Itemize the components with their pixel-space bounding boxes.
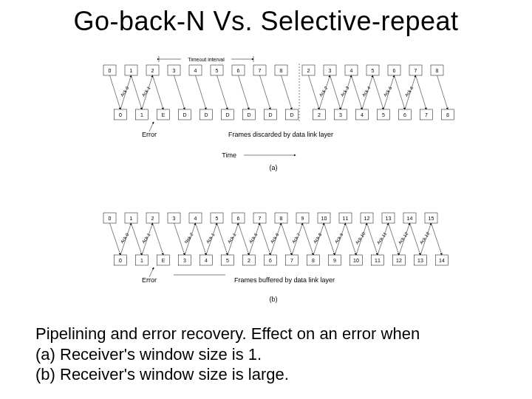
diagram-a-svg: Timeout interval 0123456782345678 01EDDD… — [89, 52, 458, 174]
error-label-b: Error — [142, 276, 157, 284]
svg-line-173 — [282, 223, 293, 255]
receiver-row-a: 01EDDDDDD2345678 — [115, 109, 454, 120]
svg-line-171 — [239, 223, 250, 255]
svg-text:1: 1 — [140, 112, 143, 117]
svg-text:12: 12 — [396, 258, 402, 263]
svg-text:1: 1 — [130, 68, 133, 73]
svg-line-177 — [367, 223, 378, 255]
svg-text:Ack 11: Ack 11 — [376, 231, 388, 245]
svg-text:Ack 13: Ack 13 — [419, 231, 431, 245]
svg-line-178 — [389, 223, 400, 255]
svg-text:5: 5 — [382, 112, 385, 117]
svg-text:8: 8 — [436, 68, 439, 73]
svg-text:1: 1 — [140, 258, 143, 263]
svg-text:E: E — [162, 258, 166, 263]
svg-line-75 — [260, 75, 271, 109]
caption-line2: (a) Receiver's window size is 1. — [35, 344, 420, 365]
svg-text:2: 2 — [318, 112, 321, 117]
svg-text:D: D — [247, 112, 250, 117]
svg-line-174 — [303, 223, 314, 255]
svg-text:3: 3 — [173, 216, 176, 221]
svg-line-80 — [373, 75, 384, 109]
svg-line-81 — [395, 75, 406, 109]
fig-b-label: (b) — [270, 296, 278, 303]
svg-text:0: 0 — [109, 216, 112, 221]
discard-label: Frames discarded by data link layer — [228, 131, 333, 138]
receiver-row-b: 01E345267891011121314 — [115, 255, 449, 265]
svg-text:4: 4 — [361, 112, 364, 117]
time-label: Time — [222, 151, 236, 159]
page-title: Go-back-N Vs. Selective-repeat — [0, 0, 532, 37]
svg-line-83 — [437, 75, 449, 109]
svg-text:0: 0 — [109, 68, 112, 73]
svg-text:6: 6 — [269, 258, 272, 263]
svg-line-166 — [132, 223, 143, 255]
svg-text:2: 2 — [151, 68, 154, 73]
svg-text:8: 8 — [280, 68, 283, 73]
svg-line-78 — [330, 75, 341, 109]
svg-line-76 — [282, 75, 293, 109]
svg-line-168 — [174, 223, 185, 255]
svg-text:6: 6 — [237, 68, 240, 73]
svg-text:14: 14 — [407, 216, 413, 221]
caption: Pipelining and error recovery. Effect on… — [35, 324, 420, 385]
svg-text:0: 0 — [119, 112, 122, 117]
svg-text:4: 4 — [350, 68, 353, 73]
caption-line1: Pipelining and error recovery. Effect on… — [35, 324, 420, 344]
svg-line-71 — [174, 75, 185, 109]
svg-line-172 — [260, 223, 271, 255]
svg-line-77 — [309, 75, 320, 109]
buffer-label: Frames buffered by data link layer — [234, 276, 335, 284]
svg-text:9: 9 — [301, 216, 304, 221]
svg-text:10: 10 — [353, 258, 359, 263]
svg-line-180 — [432, 223, 443, 255]
fig-a-label: (a) — [270, 164, 278, 171]
svg-line-70 — [153, 75, 164, 109]
svg-line-167 — [153, 223, 164, 255]
svg-text:Ack 10: Ack 10 — [355, 231, 366, 245]
svg-line-74 — [239, 75, 250, 109]
svg-text:5: 5 — [372, 68, 375, 73]
svg-text:4: 4 — [194, 216, 197, 221]
svg-text:10: 10 — [321, 216, 327, 221]
svg-text:5: 5 — [216, 216, 219, 221]
svg-text:D: D — [183, 112, 186, 117]
svg-text:13: 13 — [417, 258, 423, 263]
svg-text:3: 3 — [329, 68, 332, 73]
svg-text:0: 0 — [119, 258, 122, 263]
caption-line3: (b) Receiver's window size is large. — [35, 364, 420, 385]
arrows-b: Ack 0Ack 1Nak 2Ack 1Ack 1Ack 5Ack 6Ack 7… — [110, 223, 443, 255]
sender-row-a: 0123456782345678 — [103, 65, 443, 75]
diagram-b: 0123456789101112131415 01E34526789101112… — [89, 207, 458, 321]
sender-row-b: 0123456789101112131415 — [103, 213, 437, 223]
svg-line-79 — [352, 75, 363, 109]
svg-line-69 — [132, 75, 143, 109]
svg-text:6: 6 — [393, 68, 396, 73]
timeout-label: Timeout interval — [188, 57, 225, 62]
svg-text:7: 7 — [290, 258, 293, 263]
svg-text:15: 15 — [429, 216, 434, 221]
diagram-b-svg: 0123456789101112131415 01E34526789101112… — [89, 207, 458, 318]
svg-text:D: D — [268, 112, 272, 117]
svg-text:9: 9 — [333, 258, 336, 263]
svg-text:14: 14 — [439, 258, 445, 263]
svg-text:E: E — [162, 112, 166, 117]
svg-text:5: 5 — [226, 258, 229, 263]
svg-line-175 — [324, 223, 335, 255]
svg-text:3: 3 — [183, 258, 186, 263]
error-label-a: Error — [142, 131, 157, 138]
svg-line-73 — [217, 75, 228, 109]
svg-text:3: 3 — [339, 112, 342, 117]
svg-text:D: D — [204, 112, 208, 117]
svg-text:2: 2 — [307, 68, 310, 73]
svg-text:7: 7 — [259, 216, 262, 221]
svg-text:2: 2 — [248, 258, 250, 263]
svg-text:2: 2 — [151, 216, 154, 221]
svg-text:6: 6 — [237, 216, 240, 221]
svg-text:8: 8 — [280, 216, 283, 221]
svg-text:4: 4 — [205, 258, 208, 263]
svg-text:5: 5 — [216, 68, 219, 73]
svg-text:8: 8 — [446, 112, 449, 117]
svg-text:13: 13 — [386, 216, 392, 221]
svg-line-82 — [416, 75, 427, 109]
